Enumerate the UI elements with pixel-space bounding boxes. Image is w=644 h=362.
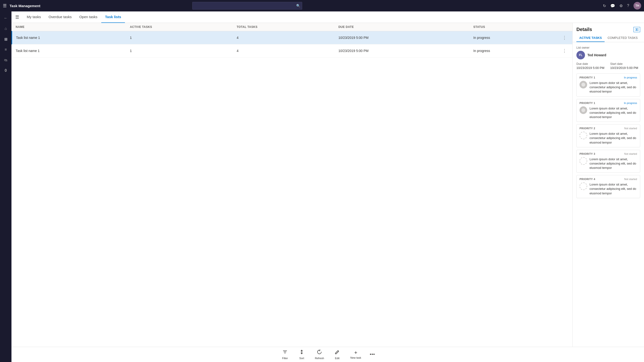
task-text: Lorem ipsum dolor sit amet, consectetur … — [590, 182, 637, 195]
search-input[interactable] — [192, 2, 302, 9]
edit-icon — [335, 349, 340, 356]
col-header-total-tasks: TOTAL TASKS — [233, 23, 335, 31]
main-layout: ← ⌂ ⊞ ≡ 🛍 0 ☰ My tasks Overdue tasks Ope… — [0, 11, 644, 362]
task-icon — [580, 132, 587, 139]
task-table: NAME ACTIVE TASKS TOTAL TASKS DUE DATE S… — [12, 23, 572, 57]
details-body: List owner FL Ted Howard Due date 10/23/… — [572, 42, 644, 347]
tab-overdue-tasks[interactable]: Overdue tasks — [45, 11, 76, 23]
table-row[interactable]: Task list name 1 1 4 10/23/2019 5:00 PM … — [12, 31, 572, 44]
start-date-label: Start date — [610, 62, 640, 66]
tab-active-tasks[interactable]: ACTIVE TASKS — [576, 34, 604, 42]
task-icon — [580, 81, 587, 88]
edit-button[interactable]: Edit — [329, 348, 346, 362]
new-task-icon: + — [354, 350, 357, 355]
priority-card-body: Lorem ipsum dolor sit amet, consectetur … — [580, 182, 637, 195]
task-icon — [580, 182, 587, 190]
owner-row: FL Ted Howard — [576, 51, 640, 59]
priority-label: PRIORITY 4 — [580, 178, 595, 181]
filter-label: Filter — [282, 357, 288, 360]
sort-button[interactable]: Sort — [293, 348, 310, 362]
sidebar-item-bag[interactable]: 🛍 — [1, 55, 10, 65]
sidebar-item-apps[interactable]: ⊞ — [1, 34, 10, 44]
sidebar-item-home[interactable]: ⌂ — [1, 24, 10, 33]
row-total-tasks: 4 — [233, 44, 335, 57]
tab-open-tasks[interactable]: Open tasks — [76, 11, 101, 23]
priority-card: PRIORITY 1 In progress Lorem ipsum dolor… — [576, 99, 640, 122]
details-title: Details — [576, 27, 592, 32]
row-name: Task list name 1 — [12, 44, 126, 57]
settings-icon[interactable]: ⚙ — [620, 3, 623, 8]
task-icon — [580, 106, 587, 114]
more-icon: ••• — [370, 352, 375, 357]
notifications-icon[interactable]: 💬 — [610, 3, 615, 8]
refresh-icon — [317, 349, 322, 356]
owner-name: Ted Howard — [588, 53, 606, 57]
row-active-tasks: 1 — [126, 31, 233, 44]
priority-card-body: Lorem ipsum dolor sit amet, consectetur … — [580, 81, 637, 94]
refresh-icon[interactable]: ↻ — [603, 3, 606, 8]
row-due-date: 10/23/2019 5:00 PM — [335, 31, 470, 44]
row-more-button[interactable]: ⋮ — [560, 34, 568, 41]
row-status: In progress — [470, 31, 556, 44]
priority-label: PRIORITY 1 — [580, 76, 595, 79]
top-nav: ☰ Task Management 🔍 ↻ 💬 ⚙ ? TH — [0, 0, 644, 11]
row-due-date: 10/23/2019 5:00 PM — [335, 44, 470, 57]
filter-icon — [282, 349, 288, 356]
new-task-button[interactable]: + New task — [346, 348, 366, 361]
priority-label: PRIORITY 3 — [580, 152, 595, 155]
secondary-nav: ☰ My tasks Overdue tasks Open tasks Task… — [12, 11, 644, 23]
priority-status: Not started — [624, 178, 637, 181]
sidebar-item-back[interactable]: ← — [1, 13, 10, 23]
sort-label: Sort — [299, 357, 304, 360]
priority-status: Not started — [624, 152, 637, 155]
priority-card-body: Lorem ipsum dolor sit amet, consectetur … — [580, 132, 637, 145]
priority-card-body: Lorem ipsum dolor sit amet, consectetur … — [580, 157, 637, 170]
row-more-button[interactable]: ⋮ — [560, 47, 568, 54]
details-header: Details — [572, 23, 644, 32]
bottom-toolbar: Filter Sort — [12, 347, 644, 362]
tab-completed-tasks[interactable]: COMPLETED TASKS — [604, 34, 640, 42]
sidebar-item-zero[interactable]: 0 — [1, 66, 10, 75]
task-icon — [580, 157, 587, 165]
col-header-active-tasks: ACTIVE TASKS — [126, 23, 233, 31]
start-date-col: Start date 10/23/2019 5:00 PM — [610, 62, 640, 70]
list-owner-section: List owner FL Ted Howard — [576, 46, 640, 59]
task-text: Lorem ipsum dolor sit amet, consectetur … — [590, 132, 637, 145]
filter-button[interactable]: Filter — [276, 348, 293, 362]
app-title: Task Management — [10, 4, 40, 8]
details-panel: Details ACTIVE TASKS COMPLETED TASKS — [572, 23, 644, 347]
details-tabs: ACTIVE TASKS COMPLETED TASKS — [572, 32, 644, 42]
edit-label: Edit — [335, 357, 340, 360]
priority-label: PRIORITY 1 — [580, 102, 595, 104]
hamburger-icon[interactable]: ☰ — [3, 3, 7, 8]
row-active-tasks: 1 — [126, 44, 233, 57]
task-text: Lorem ipsum dolor sit amet, consectetur … — [590, 157, 637, 170]
more-button[interactable]: ••• — [366, 350, 379, 359]
tab-task-lists[interactable]: Task lists — [101, 11, 125, 23]
row-total-tasks: 4 — [233, 31, 335, 44]
due-date-value: 10/23/2019 5:00 PM — [576, 66, 606, 70]
avatar[interactable]: TH — [634, 2, 641, 9]
refresh-button[interactable]: Refresh — [310, 348, 329, 362]
task-table-container: NAME ACTIVE TASKS TOTAL TASKS DUE DATE S… — [12, 23, 572, 347]
details-expand-button[interactable] — [634, 27, 640, 32]
priority-card-header: PRIORITY 4 Not started — [580, 178, 637, 181]
sidebar-item-list[interactable]: ≡ — [1, 45, 10, 54]
sort-icon — [299, 349, 304, 356]
search-icon[interactable]: 🔍 — [296, 4, 300, 8]
svg-rect-1 — [637, 28, 638, 31]
secondary-hamburger-icon[interactable]: ☰ — [15, 14, 19, 20]
priority-cards-container: PRIORITY 1 In progress Lorem ipsum dolor… — [576, 73, 640, 198]
priority-status: In progress — [624, 102, 637, 104]
priority-card-header: PRIORITY 1 In progress — [580, 76, 637, 79]
col-header-status: STATUS — [470, 23, 556, 31]
priority-card: PRIORITY 3 Not started Lorem ipsum dolor… — [576, 150, 640, 173]
tab-my-tasks[interactable]: My tasks — [23, 11, 45, 23]
task-text: Lorem ipsum dolor sit amet, consectetur … — [590, 81, 637, 94]
help-icon[interactable]: ? — [627, 3, 629, 8]
table-row[interactable]: Task list name 1 1 4 10/23/2019 5:00 PM … — [12, 44, 572, 57]
priority-card: PRIORITY 4 Not started Lorem ipsum dolor… — [576, 175, 640, 198]
start-date-value: 10/23/2019 5:00 PM — [610, 66, 640, 70]
row-status: In progress — [470, 44, 556, 57]
refresh-label: Refresh — [315, 357, 324, 360]
